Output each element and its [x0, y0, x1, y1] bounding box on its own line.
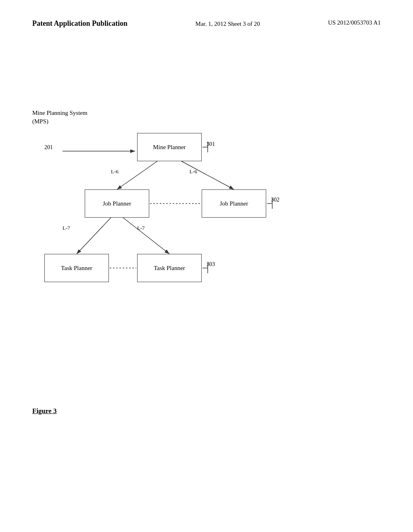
task-planner-right-box: Task Planner — [137, 254, 202, 282]
svg-line-6 — [77, 218, 111, 254]
svg-line-4 — [181, 161, 234, 189]
job-planner-left-label: Job Planner — [103, 200, 131, 207]
job-planner-right-box: Job Planner — [202, 189, 266, 218]
svg-line-7 — [123, 218, 169, 254]
ref-201: 201 — [44, 144, 53, 151]
job-planner-left-box: Job Planner — [85, 189, 149, 218]
figure-diagram: Mine Planning System (MPS) 201 Mine Plan… — [32, 109, 315, 335]
ref-302: 302 — [271, 197, 280, 203]
mps-label: Mine Planning System (MPS) — [32, 109, 88, 126]
task-planner-left-box: Task Planner — [44, 254, 109, 282]
figure-label: Figure 3 — [32, 407, 57, 415]
publication-title: Patent Application Publication — [32, 19, 127, 28]
svg-line-3 — [117, 161, 157, 189]
ref-303: 303 — [206, 261, 215, 268]
page-header: Patent Application Publication Mar. 1, 2… — [0, 19, 413, 29]
task-planner-left-label: Task Planner — [61, 265, 92, 272]
level-l6-left: L-6 — [111, 168, 119, 175]
level-l7-left: L-7 — [63, 225, 70, 231]
job-planner-right-label: Job Planner — [220, 200, 248, 207]
publication-date-sheet: Mar. 1, 2012 Sheet 3 of 20 — [196, 19, 260, 29]
level-l6-right: L-6 — [190, 168, 197, 175]
mine-planner-box: Mine Planner — [137, 133, 202, 161]
mine-planner-label: Mine Planner — [153, 144, 186, 151]
task-planner-right-label: Task Planner — [154, 265, 185, 272]
publication-number: US 2012/0053703 A1 — [328, 19, 381, 26]
mps-label-line2: (MPS) — [32, 117, 88, 126]
mps-label-line1: Mine Planning System — [32, 109, 88, 117]
ref-301: 301 — [206, 141, 215, 148]
level-l7-mid: L-7 — [137, 225, 145, 231]
